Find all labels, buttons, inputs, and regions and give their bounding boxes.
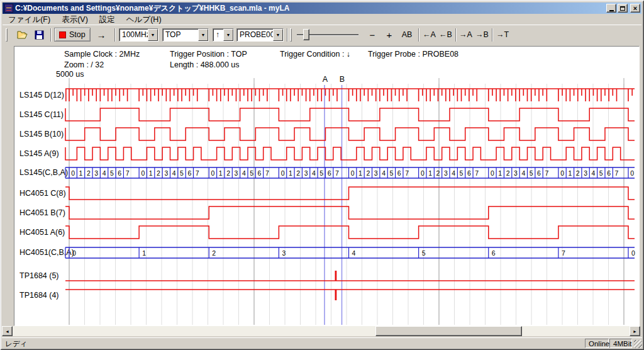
trigger-probe-value: PROBE00: [237, 29, 273, 41]
bus-value: 6: [492, 249, 496, 257]
scroll-right-button[interactable]: ►: [630, 326, 640, 336]
bus-value: 0: [631, 249, 635, 257]
bus-value: 0: [211, 169, 214, 177]
bus-value: 6: [118, 169, 121, 177]
stop-label: Stop: [69, 30, 86, 39]
zoom-slider[interactable]: [297, 28, 358, 42]
dropdown-arrow-icon[interactable]: ▼: [198, 29, 208, 41]
move-b-right-button[interactable]: →B: [474, 28, 490, 42]
move-b-left-button[interactable]: ←B: [438, 28, 453, 42]
toolbar-gripper[interactable]: [6, 28, 8, 42]
bus-value: 5: [530, 169, 533, 177]
trigger-edge-combo[interactable]: ↑ ▼: [213, 28, 234, 42]
menu-help[interactable]: ヘルプ(H): [121, 14, 167, 25]
sample-clock-value: 100MHz: [119, 29, 148, 41]
bus-value: 6: [607, 169, 611, 177]
close-icon: ×: [633, 5, 637, 11]
bus-value: 4: [172, 169, 176, 177]
bus-value: 5: [599, 169, 603, 177]
pulse-mark: [335, 290, 337, 300]
zoom-ab-button[interactable]: AB: [399, 28, 415, 42]
bus-value: 1: [142, 249, 146, 257]
status-online: Online: [585, 339, 609, 348]
open-file-button[interactable]: [15, 28, 30, 42]
move-a-right-button[interactable]: →A: [458, 28, 474, 42]
minimize-button[interactable]: [606, 4, 616, 13]
bus-value: 7: [265, 169, 269, 177]
bus-value: 6: [467, 169, 471, 177]
trace-LS145C11: [65, 108, 635, 121]
resize-grip[interactable]: [634, 340, 642, 348]
close-button[interactable]: ×: [630, 4, 640, 13]
status-message: レディ: [5, 339, 27, 349]
bus-value: 3: [304, 169, 308, 177]
menu-file[interactable]: ファイル(F): [3, 14, 56, 25]
bus-value: 2: [576, 169, 580, 177]
bus-value: 4: [382, 169, 386, 177]
status-bar: レディ Online 4MBit: [2, 337, 642, 348]
menu-bar: ファイル(F) 表示(V) 設定 ヘルプ(H): [3, 14, 641, 25]
save-file-button[interactable]: [31, 28, 47, 42]
dropdown-arrow-icon[interactable]: ▼: [148, 29, 158, 41]
bus-value: 6: [537, 169, 541, 177]
stop-square-icon: [59, 31, 66, 38]
toolbar-separator: [114, 28, 116, 42]
bus-value: 0: [491, 169, 494, 177]
minimize-icon: [609, 10, 614, 11]
trigger-probe-combo[interactable]: PROBE00 ▼: [236, 28, 284, 42]
bus-value: 7: [126, 169, 130, 177]
window-buttons: ×: [605, 4, 641, 13]
bus-value: 4: [103, 169, 106, 177]
bus-value: 2: [296, 169, 300, 177]
bus-value: 1: [358, 169, 362, 177]
bus-value: 3: [584, 169, 587, 177]
zoom-slider-handle[interactable]: [303, 29, 309, 40]
bus-value: 7: [405, 169, 409, 177]
bus-value: 3: [235, 169, 238, 177]
dropdown-arrow-icon[interactable]: ▼: [273, 29, 283, 41]
sample-clock-combo[interactable]: 100MHz ▼: [119, 28, 158, 42]
scrollbar-thumb[interactable]: [375, 326, 522, 336]
toolbar-gripper[interactable]: [290, 28, 292, 42]
bus-value: 0: [141, 169, 145, 177]
maximize-button[interactable]: [618, 4, 628, 13]
bus-value: 2: [157, 169, 160, 177]
application-window: { "titlebar": { "title": "C:¥Documents a…: [0, 0, 644, 350]
trigger-position-combo[interactable]: TOP ▼: [162, 28, 209, 42]
trigger-edge-value: ↑: [213, 29, 223, 41]
goto-trigger-button[interactable]: →T: [494, 28, 511, 42]
run-button[interactable]: →: [92, 28, 111, 42]
toolbar-separator: [418, 28, 419, 42]
bus-value: 0: [351, 169, 355, 177]
horizontal-scrollbar[interactable]: ◄ ►: [2, 326, 640, 336]
scroll-left-button[interactable]: ◄: [2, 326, 13, 336]
bus-value: 6: [258, 169, 262, 177]
zoom-in-button[interactable]: +: [382, 28, 397, 42]
bus-value: 7: [196, 169, 199, 177]
stop-button[interactable]: Stop: [54, 28, 91, 42]
bus-value: 5: [422, 249, 426, 257]
bus-value: 0: [281, 169, 285, 177]
toolbar-separator: [492, 28, 493, 42]
title-bar: C:¥Documents and Settings¥noname¥デスクトップ¥…: [3, 3, 641, 14]
bus-value: 1: [289, 169, 292, 177]
bus-value: 4: [452, 169, 455, 177]
bus-value: 5: [460, 169, 464, 177]
zoom-out-button[interactable]: −: [365, 28, 380, 42]
pulse-mark: [335, 271, 337, 281]
trace-LS145A9: [65, 147, 635, 160]
bus-value: 2: [226, 169, 230, 177]
menu-view[interactable]: 表示(V): [56, 14, 94, 25]
bus-value: 1: [498, 169, 502, 177]
bus-value: 2: [212, 249, 216, 257]
trigger-position-value: TOP: [163, 29, 198, 41]
bus-value: 4: [242, 169, 246, 177]
dropdown-arrow-icon[interactable]: ▼: [223, 29, 233, 41]
bus-value: 1: [149, 169, 153, 177]
bus-value: 3: [514, 169, 518, 177]
toolbar-separator: [455, 28, 457, 42]
move-a-left-button[interactable]: ←A: [421, 28, 437, 42]
bus-value: 5: [319, 169, 323, 177]
menu-settings[interactable]: 設定: [94, 14, 121, 25]
bus-value: 3: [282, 249, 286, 257]
